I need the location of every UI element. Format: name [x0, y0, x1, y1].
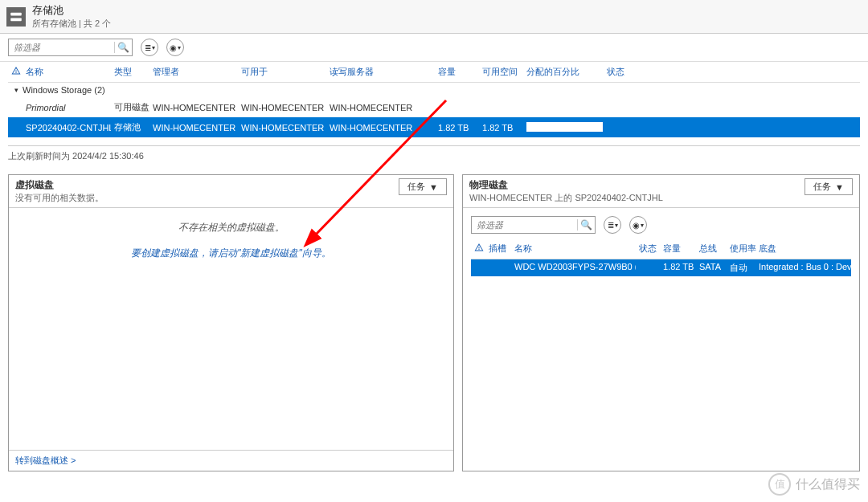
- table-row[interactable]: Primordial 可用磁盘 WIN-HOMECENTER WIN-HOMEC…: [8, 97, 860, 117]
- watermark: 值 什么值得买: [768, 473, 860, 496]
- group-label: Windows Storage (2): [23, 85, 105, 95]
- group-row[interactable]: ▾ Windows Storage (2): [8, 83, 860, 97]
- vd-footer-link[interactable]: 转到磁盘概述 >: [15, 455, 76, 465]
- pd-col-chassis[interactable]: 底盘: [755, 239, 851, 259]
- vd-subtitle: 没有可用的相关数据。: [15, 192, 104, 204]
- cell-rw: WIN-HOMECENTER: [326, 120, 435, 135]
- storage-pool-icon: [6, 7, 26, 27]
- vd-tasks-button[interactable]: 任务 ▼: [399, 178, 447, 195]
- table-header: 名称 类型 管理者 可用于 读写服务器 容量 可用空间 分配的百分比 状态: [8, 62, 860, 83]
- cell-capacity: 1.82 TB: [435, 120, 479, 135]
- pd-col-warn[interactable]: [471, 239, 485, 259]
- pd-cell-capacity: 1.82 TB: [660, 259, 696, 276]
- pd-col-name[interactable]: 名称: [511, 239, 636, 259]
- pd-save-view-button[interactable]: ◉▾: [629, 216, 647, 234]
- col-name[interactable]: 名称: [23, 62, 111, 82]
- pd-col-capacity[interactable]: 容量: [660, 239, 696, 259]
- physical-disks-panel: 物理磁盘 WIN-HOMECENTER 上的 SP20240402-CNTJHL…: [462, 174, 860, 471]
- pd-cell-chassis: Integrated : Bus 0 : Device 31 : Functio…: [755, 259, 851, 276]
- pd-col-usage[interactable]: 使用率: [727, 239, 755, 259]
- col-capacity[interactable]: 容量: [435, 62, 479, 82]
- col-allocated-pct[interactable]: 分配的百分比: [523, 62, 604, 82]
- pd-col-status[interactable]: 状态: [636, 239, 660, 259]
- cell-name: Primordial: [23, 100, 111, 115]
- col-free-space[interactable]: 可用空间: [479, 62, 523, 82]
- cell-name: SP20240402-CNTJHL: [23, 120, 111, 135]
- cell-rw: WIN-HOMECENTER: [326, 100, 435, 115]
- pd-subtitle: WIN-HOMECENTER 上的 SP20240402-CNTJHL: [469, 192, 663, 204]
- col-usable-for[interactable]: 可用于: [238, 62, 326, 82]
- list-view-button[interactable]: ≣▾: [141, 39, 158, 56]
- filter-box[interactable]: 🔍: [8, 39, 133, 56]
- cell-manager: WIN-HOMECENTER: [149, 120, 238, 135]
- page-title: 存储池: [32, 3, 111, 18]
- pd-cell-name: WDC WD2003FYPS-27W9B0 (...: [511, 259, 636, 276]
- svg-rect-0: [10, 12, 22, 15]
- table-row-selected[interactable]: SP20240402-CNTJHL 存储池 WIN-HOMECENTER WIN…: [8, 117, 860, 137]
- col-type[interactable]: 类型: [111, 62, 149, 82]
- search-icon[interactable]: 🔍: [577, 219, 595, 231]
- detail-panels: 虚拟磁盘 没有可用的相关数据。 任务 ▼ 不存在相关的虚拟磁盘。 要创建虚拟磁盘…: [0, 166, 868, 480]
- col-warn[interactable]: [8, 62, 23, 82]
- col-rw-server[interactable]: 读写服务器: [326, 62, 435, 82]
- chevron-down-icon: ▼: [429, 182, 438, 192]
- page-subtitle: 所有存储池 | 共 2 个: [32, 18, 111, 30]
- watermark-text: 什么值得买: [796, 476, 860, 493]
- vd-no-data-msg: 不存在相关的虚拟磁盘。: [17, 221, 445, 235]
- pd-cell-bus: SATA: [696, 259, 727, 276]
- cell-pct: [523, 120, 604, 136]
- pd-col-slot[interactable]: 插槽: [485, 239, 511, 259]
- collapse-icon[interactable]: ▾: [14, 86, 18, 94]
- pd-title: 物理磁盘: [469, 178, 663, 192]
- pd-filter-input[interactable]: [472, 218, 577, 231]
- col-status[interactable]: 状态: [604, 62, 652, 82]
- chevron-down-icon: ▼: [835, 182, 844, 192]
- cell-usable: WIN-HOMECENTER: [238, 120, 326, 135]
- pd-cell-usage: 自动: [727, 259, 755, 276]
- pd-table-header: 插槽 名称 状态 容量 总线 使用率 底盘: [471, 239, 851, 259]
- cell-type: 可用磁盘: [111, 99, 149, 116]
- pd-table-row[interactable]: WDC WD2003FYPS-27W9B0 (... 1.82 TB SATA …: [471, 259, 851, 276]
- storage-pools-table: 名称 类型 管理者 可用于 读写服务器 容量 可用空间 分配的百分比 状态 ▾ …: [0, 62, 868, 137]
- search-icon[interactable]: 🔍: [114, 42, 132, 53]
- save-view-button[interactable]: ◉▾: [166, 39, 184, 56]
- filter-input[interactable]: [9, 41, 114, 54]
- col-manager[interactable]: 管理者: [149, 62, 238, 82]
- cell-free: 1.82 TB: [479, 120, 523, 135]
- cell-usable: WIN-HOMECENTER: [238, 100, 326, 115]
- cell-manager: WIN-HOMECENTER: [149, 100, 238, 115]
- svg-rect-1: [10, 18, 22, 21]
- vd-title: 虚拟磁盘: [15, 178, 104, 192]
- pd-col-bus[interactable]: 总线: [696, 239, 727, 259]
- vd-create-link[interactable]: 要创建虚拟磁盘，请启动"新建虚拟磁盘"向导。: [17, 247, 445, 260]
- cell-type: 存储池: [111, 119, 149, 136]
- top-toolbar: 🔍 ≣▾ ◉▾: [0, 34, 868, 62]
- pd-filter-box[interactable]: 🔍: [471, 216, 596, 234]
- page-header: 存储池 所有存储池 | 共 2 个: [0, 0, 868, 34]
- watermark-badge: 值: [768, 473, 791, 496]
- pd-list-view-button[interactable]: ≣▾: [604, 216, 621, 234]
- pd-tasks-button[interactable]: 任务 ▼: [805, 178, 853, 195]
- virtual-disks-panel: 虚拟磁盘 没有可用的相关数据。 任务 ▼ 不存在相关的虚拟磁盘。 要创建虚拟磁盘…: [8, 174, 454, 471]
- last-refresh-text: 上次刷新时间为 2024/4/2 15:30:46: [8, 145, 860, 166]
